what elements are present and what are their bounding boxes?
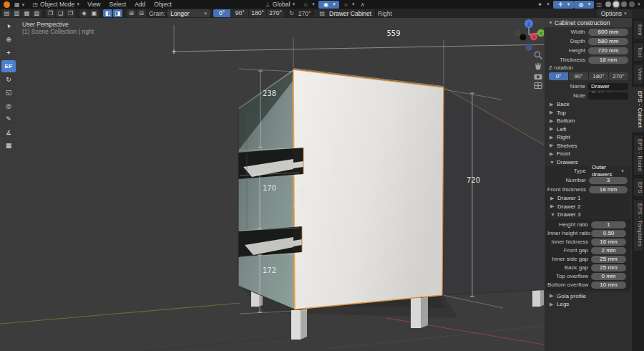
rotation-value[interactable]: 270° — [296, 10, 313, 17]
layout-icon-4[interactable]: ▧ — [32, 9, 42, 17]
section-drawer-2[interactable]: ▶Drawer 2 — [545, 203, 631, 211]
section-drawer-1[interactable]: ▶Drawer 1 — [545, 194, 631, 203]
layout-icon-3[interactable]: ▦ — [22, 9, 31, 17]
note-input[interactable] — [588, 92, 628, 100]
select-tool-button[interactable]: ➤ — [1, 20, 16, 32]
section-front[interactable]: ▶Front — [545, 150, 632, 158]
section-left[interactable]: ▶Left — [545, 125, 632, 134]
section-right[interactable]: ▶Right — [545, 133, 632, 142]
gizmo-toggle[interactable]: ✛ ▼ — [553, 1, 574, 9]
section-drawer-3[interactable]: ▼Drawer 3 — [545, 211, 631, 219]
cabinet-object-button[interactable]: ▤ Drawer Cabinet — [313, 9, 376, 18]
tab-eps-board[interactable]: EPS - Board — [634, 135, 644, 176]
tab-eps-templates[interactable]: EPS - Templates — [634, 199, 644, 251]
hand-icon[interactable] — [536, 63, 541, 70]
front-thickness-field[interactable]: 18 mm — [589, 186, 628, 193]
shading-material-icon[interactable] — [621, 1, 627, 7]
orientation-dropdown[interactable]: ⊥ Global ▼ — [260, 1, 299, 9]
zoom-icon[interactable] — [535, 52, 542, 59]
axis-neg-y-ball[interactable] — [520, 34, 527, 41]
inner-thickness-field[interactable]: 16 mm — [591, 239, 626, 246]
axis-neg-z-ball[interactable] — [525, 44, 532, 51]
menu-add[interactable]: Add — [130, 0, 150, 9]
menu-object[interactable]: Object — [150, 0, 176, 9]
rotation-270-button[interactable]: 270° — [267, 9, 284, 17]
section-legs[interactable]: ▶Legs — [545, 300, 632, 309]
blender-logo-icon[interactable] — [4, 1, 10, 8]
navigation-gizmo[interactable]: Z X Y — [514, 19, 545, 51]
board-icon[interactable]: ▣ — [89, 9, 99, 17]
inner-side-gap-field[interactable]: 25 mm — [591, 256, 626, 263]
options-button[interactable]: Options ▼ — [597, 9, 632, 17]
section-shelves[interactable]: ▶Shelves — [545, 142, 632, 150]
face-right-toggle[interactable]: ◨ — [113, 9, 122, 17]
menu-view[interactable]: View — [83, 0, 104, 9]
annotate-tool-button[interactable]: ✎ — [1, 113, 16, 125]
section-gola-profile[interactable]: ▶Gola profile — [545, 292, 632, 301]
inner-height-ratio-field[interactable]: 0.50 — [591, 230, 626, 237]
xray-icon[interactable]: ◫ — [594, 1, 604, 8]
tab-tool[interactable]: Tool — [634, 42, 644, 62]
delete-icon[interactable]: ❒ — [66, 9, 75, 17]
z-rot-0-button[interactable]: 0° — [549, 72, 569, 80]
proportional-edit-dropdown[interactable]: ○ ▼ — [339, 1, 358, 9]
add-cube-tool-button[interactable]: ▦ — [1, 140, 16, 152]
collapse-icon[interactable]: ⊟ — [137, 9, 146, 17]
menu-select[interactable]: Select — [105, 0, 131, 9]
section-back[interactable]: ▶Back — [545, 100, 632, 109]
tab-item[interactable]: Item — [634, 20, 644, 40]
chevron-down-icon[interactable]: ▼ — [635, 2, 641, 6]
shading-rendered-icon[interactable] — [629, 1, 635, 7]
grain-select[interactable]: Longer ▼ — [167, 9, 210, 17]
section-top[interactable]: ▶Top — [545, 109, 632, 117]
move-tool-button[interactable]: + — [1, 47, 16, 59]
camera-icon[interactable] — [535, 74, 542, 80]
back-gap-field[interactable]: 25 mm — [591, 264, 626, 271]
top-overflow-field[interactable]: 0 mm — [591, 273, 626, 280]
paste-icon[interactable]: ❏ — [56, 9, 65, 17]
rotation-0-button[interactable]: 0° — [213, 9, 231, 17]
shading-solid-icon[interactable] — [613, 1, 619, 7]
shading-wireframe-icon[interactable] — [605, 1, 611, 7]
height-field[interactable]: 720 mm — [588, 47, 628, 54]
tab-eps-cabinet[interactable]: EPS - Cabinet — [632, 87, 644, 132]
tab-eps[interactable]: EPS — [634, 178, 644, 198]
z-rot-90-button[interactable]: 90° — [569, 72, 589, 80]
height-ratio-field[interactable]: 1 — [591, 221, 626, 229]
pivot-diamond-icon[interactable]: ◈ — [79, 9, 89, 17]
rotate-tool-button[interactable]: ↻ — [1, 73, 16, 85]
axis-neg-x-ball[interactable] — [514, 30, 521, 37]
grid-view-icon[interactable] — [535, 83, 542, 89]
cabinet-right-side[interactable] — [442, 87, 544, 295]
cursor-tool-button[interactable]: ⊕ — [1, 34, 16, 46]
scale-tool-button[interactable]: ◱ — [1, 87, 16, 99]
layout-icon-2[interactable]: ▥ — [12, 9, 21, 17]
bottom-overflow-field[interactable]: 10 mm — [591, 282, 626, 289]
z-rot-180-button[interactable]: 180° — [589, 72, 609, 80]
section-bottom[interactable]: ▶Bottom — [545, 117, 632, 125]
visibility-dropdown[interactable]: ✦ ▼ — [532, 1, 553, 9]
face-left-toggle[interactable]: ◧ — [103, 9, 112, 17]
layout-icon-1[interactable]: ▤ — [2, 9, 11, 17]
z-rot-270-button[interactable]: 270° — [609, 72, 628, 80]
depth-field[interactable]: 580 mm — [588, 38, 628, 45]
editor-type-icon[interactable]: ▦▼ — [12, 1, 28, 8]
front-gap-field[interactable]: 2 mm — [591, 247, 626, 254]
type-dropdown[interactable]: Outer drawers ▼ — [589, 168, 628, 175]
width-field[interactable]: 600 mm — [588, 29, 628, 36]
expand-icon[interactable]: ⊞ — [127, 9, 136, 17]
name-input[interactable]: Drawer Cabinet — [588, 83, 628, 90]
tab-view[interactable]: View — [634, 64, 644, 85]
snapping-toggle[interactable]: ◉ ▼ — [318, 1, 339, 9]
panel-header-cabinet-construction[interactable]: ▼ Cabinet construction — [545, 18, 632, 27]
transform-tool-button[interactable]: ◎ — [1, 100, 16, 112]
mode-dropdown[interactable]: ◳ Object Mode ▼ — [28, 1, 84, 9]
thickness-field[interactable]: 18 mm — [588, 57, 628, 64]
rotation-90-button[interactable]: 90° — [231, 9, 249, 17]
cabinet-front-face[interactable] — [293, 69, 444, 310]
snap-dropdown[interactable]: ∩ ▼ — [298, 1, 318, 9]
number-field[interactable]: 3 — [589, 177, 628, 184]
overlays-toggle[interactable]: ◍ ▼ — [574, 1, 595, 9]
copy-icon[interactable]: ❐ — [46, 9, 55, 17]
measure-tool-button[interactable]: ∡ — [1, 126, 16, 138]
